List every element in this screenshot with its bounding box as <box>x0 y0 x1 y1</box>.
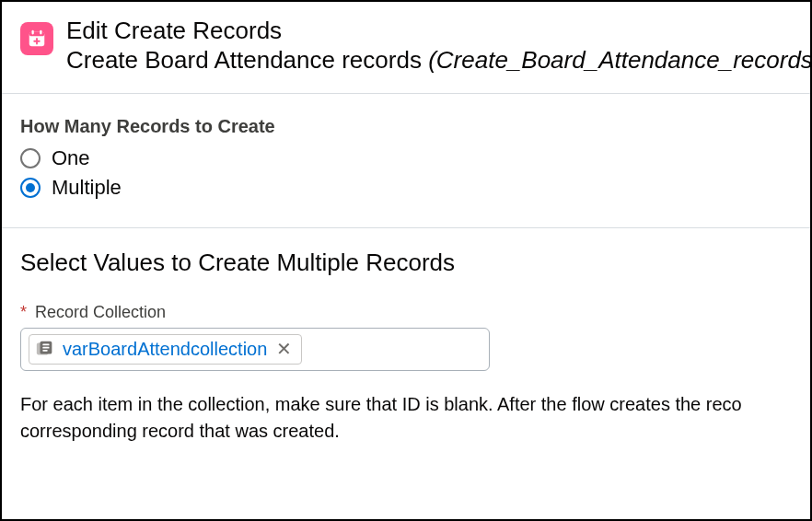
clear-pill-button[interactable]: ✕ <box>274 339 294 359</box>
help-text-line2: corresponding record that was created. <box>20 421 340 441</box>
svg-rect-8 <box>42 344 49 346</box>
record-collection-value: varBoardAttendcollection <box>63 339 267 360</box>
element-api-name: (Create_Board_Attendance_records) <box>428 46 812 74</box>
panel-title: Edit Create Records <box>66 17 792 45</box>
record-collection-label-text: Record Collection <box>35 303 166 321</box>
values-section: Select Values to Create Multiple Records… <box>2 228 810 463</box>
values-heading: Select Values to Create Multiple Records <box>20 249 792 277</box>
svg-rect-1 <box>29 32 45 37</box>
panel-subtitle: Create Board Attendance records (Create_… <box>66 45 792 76</box>
radio-multiple-input[interactable] <box>20 178 41 198</box>
svg-rect-9 <box>42 347 49 349</box>
radio-one[interactable]: One <box>20 145 792 174</box>
help-text-line1: For each item in the collection, make su… <box>20 394 742 414</box>
help-text: For each item in the collection, make su… <box>20 391 792 445</box>
required-indicator: * <box>20 303 27 321</box>
svg-rect-2 <box>32 30 34 35</box>
record-collection-label: * Record Collection <box>20 303 792 322</box>
element-label: Create Board Attendance records <box>66 46 422 74</box>
svg-rect-5 <box>33 41 40 42</box>
panel-header: Edit Create Records Create Board Attenda… <box>2 2 810 94</box>
radio-multiple[interactable]: Multiple <box>20 174 792 203</box>
record-collection-pill[interactable]: varBoardAttendcollection ✕ <box>29 334 302 365</box>
svg-rect-10 <box>42 350 48 352</box>
radio-one-label: One <box>52 146 90 170</box>
create-records-icon <box>20 22 53 55</box>
calendar-plus-icon <box>27 29 47 49</box>
how-many-label: How Many Records to Create <box>20 116 792 137</box>
record-collection-icon <box>35 339 55 359</box>
radio-multiple-label: Multiple <box>52 176 122 200</box>
radio-one-input[interactable] <box>20 148 41 168</box>
how-many-section: How Many Records to Create One Multiple <box>2 94 810 228</box>
record-collection-input[interactable]: varBoardAttendcollection ✕ <box>20 328 490 371</box>
svg-rect-3 <box>40 30 41 35</box>
